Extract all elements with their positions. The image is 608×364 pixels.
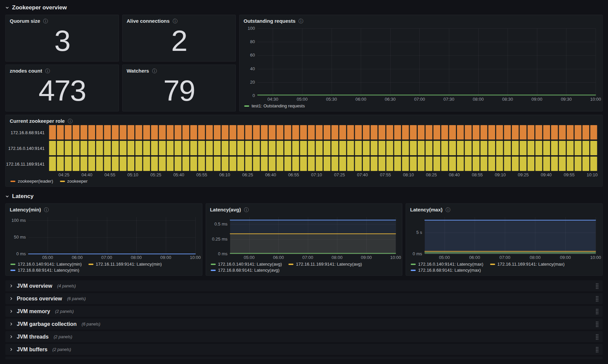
info-icon[interactable]: ⓘ: [446, 207, 450, 212]
row-jvm-overview[interactable]: JVM overview (4 panels): [5, 280, 603, 291]
overview-row: Quorum size ⓘ 3 Alive connections ⓘ 2 zn…: [5, 15, 603, 111]
drag-handle-icon[interactable]: [596, 334, 599, 340]
svg-text:06:55: 06:55: [288, 172, 299, 177]
info-icon[interactable]: ⓘ: [152, 69, 157, 73]
legend-item[interactable]: 172.16.8.68:9141: Latency(max): [411, 268, 481, 273]
zookeeper-role-timeline[interactable]: 172.16.8.68:9141172.16.0.140:9141172.16.…: [9, 125, 599, 178]
info-icon[interactable]: ⓘ: [68, 119, 72, 123]
drag-handle-icon[interactable]: [596, 283, 599, 289]
outstanding-requests-chart[interactable]: 04:3005:0005:3006:0006:3007:0007:3008:00…: [243, 25, 599, 102]
row-panel-count: (4 panels): [57, 284, 76, 288]
legend-item[interactable]: zookeeper(leader): [10, 179, 53, 184]
row-title: JVM garbage collection: [17, 321, 77, 327]
panel-title[interactable]: Outstanding requests: [244, 18, 295, 24]
legend-label: zookeeper: [67, 179, 88, 184]
legend-item[interactable]: 172.16.8.68:9141: Latency(avg): [211, 268, 280, 273]
svg-text:05:25: 05:25: [150, 172, 161, 177]
svg-text:08:10: 08:10: [403, 172, 414, 177]
svg-text:09:00: 09:00: [560, 255, 571, 260]
svg-text:0.5 ms: 0.5 ms: [214, 221, 228, 226]
legend-label: test1: Outstanding requests: [252, 103, 305, 108]
legend-item[interactable]: zookeeper: [60, 179, 88, 184]
chevron-right-icon: [9, 335, 13, 339]
svg-text:0 ms: 0 ms: [16, 251, 26, 256]
svg-text:04:25: 04:25: [59, 172, 70, 177]
info-icon[interactable]: ⓘ: [44, 207, 49, 212]
svg-text:06:25: 06:25: [242, 172, 253, 177]
legend-swatch: [490, 264, 495, 265]
section-header-zookeeper-overview[interactable]: Zookeeper overview: [5, 3, 603, 13]
panel-title[interactable]: Latency(max): [410, 207, 443, 212]
svg-text:05:30: 05:30: [326, 97, 337, 102]
legend-item[interactable]: test1: Outstanding requests: [244, 103, 305, 108]
svg-text:06:00: 06:00: [469, 255, 480, 260]
legend-item[interactable]: 172.16.11.169:9141: Latency(avg): [288, 262, 362, 267]
dashboard: Zookeeper overview Quorum size ⓘ 3 Alive…: [0, 0, 608, 359]
latency-avg-chart[interactable]: 05:0006:0007:0008:0009:0010:000 ms0.25 m…: [209, 214, 399, 261]
legend: zookeeper(leader) zookeeper: [6, 178, 602, 186]
svg-text:06:00: 06:00: [273, 255, 284, 260]
legend: 172.16.0.140:9141: Latency(avg) 172.16.1…: [206, 261, 402, 275]
svg-text:10:00: 10:00: [590, 255, 601, 260]
legend-item[interactable]: 172.16.8.68:9141: Latency(min): [10, 268, 79, 273]
legend-label: 172.16.11.169:9141: Latency(avg): [296, 262, 362, 267]
svg-text:09:40: 09:40: [541, 172, 552, 177]
svg-text:09:55: 09:55: [564, 172, 575, 177]
panel-title[interactable]: Alive connections: [127, 18, 170, 24]
svg-text:05:00: 05:00: [244, 255, 255, 260]
info-icon[interactable]: ⓘ: [45, 69, 50, 73]
svg-text:20: 20: [250, 80, 255, 85]
legend-item[interactable]: 172.16.11.169:9141: Latency(max): [490, 262, 565, 267]
info-icon[interactable]: ⓘ: [298, 19, 303, 23]
panel-title[interactable]: Quorum size: [10, 18, 40, 24]
latency-min-chart[interactable]: 05:0006:0007:0008:0009:0010:000 ms50 ms1…: [9, 214, 199, 261]
row-jvm-memory[interactable]: JVM memory (2 panels): [5, 306, 603, 317]
panel-title[interactable]: znodes count: [10, 68, 42, 74]
collapsed-rows-list: JVM overview (4 panels) Process overview…: [5, 280, 603, 359]
row-jvm-threads[interactable]: JVM threads (2 panels): [5, 331, 603, 342]
svg-text:05:40: 05:40: [173, 172, 184, 177]
legend-item[interactable]: 172.16.0.140:9141: Latency(max): [411, 262, 483, 267]
drag-handle-icon[interactable]: [596, 308, 599, 314]
svg-text:07:40: 07:40: [357, 172, 368, 177]
section-header-latency[interactable]: Latency: [5, 191, 603, 201]
legend-item[interactable]: 172.16.0.140:9141: Latency(avg): [211, 262, 282, 267]
legend-item[interactable]: 172.16.11.169:9141: Latency(min): [88, 262, 162, 267]
svg-text:08:00: 08:00: [530, 255, 541, 260]
row-title: JVM threads: [17, 334, 49, 340]
panel-title[interactable]: Latency(avg): [210, 207, 241, 212]
legend-label: 172.16.0.140:9141: Latency(min): [18, 262, 82, 267]
svg-text:07:00: 07:00: [302, 255, 313, 260]
panel-title[interactable]: Current zookeeper role: [10, 118, 65, 124]
drag-handle-icon[interactable]: [596, 321, 599, 327]
row-panel-count: (6 panels): [67, 296, 86, 301]
info-icon[interactable]: ⓘ: [173, 19, 177, 23]
svg-text:04:40: 04:40: [81, 172, 92, 177]
svg-text:09:00: 09:00: [160, 255, 172, 260]
panel-current-zookeeper-role: Current zookeeper role ⓘ 172.16.8.68:914…: [5, 115, 603, 187]
row-jvm-garbage-collection[interactable]: JVM garbage collection (6 panels): [5, 318, 603, 330]
drag-handle-icon[interactable]: [596, 296, 599, 302]
info-icon[interactable]: ⓘ: [244, 207, 249, 212]
stat-panel-znodes-count: znodes count ⓘ 473: [5, 65, 119, 111]
row-process-overview[interactable]: Process overview (6 panels): [5, 293, 603, 304]
legend-item[interactable]: 172.16.0.140:9141: Latency(min): [10, 262, 82, 267]
row-jvm-buffers[interactable]: JVM buffers (2 panels): [5, 344, 603, 355]
row-panel-count: (2 panels): [54, 335, 72, 339]
chevron-right-icon: [9, 322, 13, 326]
panel-header: Alive connections ⓘ: [123, 15, 235, 24]
svg-text:0 ms: 0 ms: [218, 251, 227, 256]
chevron-right-icon: [9, 297, 13, 300]
svg-text:05:00: 05:00: [297, 97, 308, 102]
svg-text:172.16.8.68:9141: 172.16.8.68:9141: [11, 130, 45, 135]
info-icon[interactable]: ⓘ: [43, 19, 48, 23]
drag-handle-icon[interactable]: [596, 347, 599, 353]
legend-swatch: [60, 181, 65, 182]
legend-label: 172.16.0.140:9141: Latency(avg): [218, 262, 282, 267]
svg-text:06:00: 06:00: [355, 97, 366, 102]
svg-text:50 ms: 50 ms: [14, 235, 26, 240]
panel-title[interactable]: Watchers: [127, 68, 149, 74]
panel-title[interactable]: Latency(min): [10, 207, 41, 212]
svg-text:5 s: 5 s: [416, 230, 422, 235]
latency-max-chart[interactable]: 05:0006:0007:0008:0009:0010:000 ms5 s: [409, 214, 599, 261]
